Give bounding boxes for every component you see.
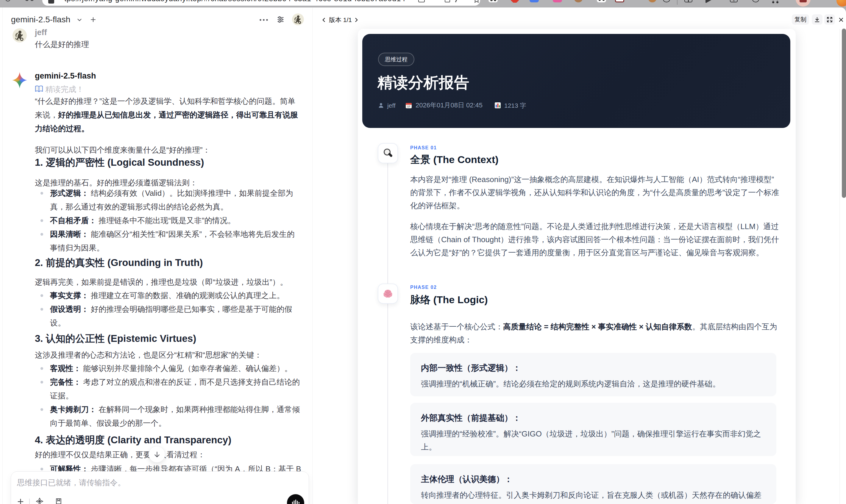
svg-text:17: 17 xyxy=(407,105,410,108)
